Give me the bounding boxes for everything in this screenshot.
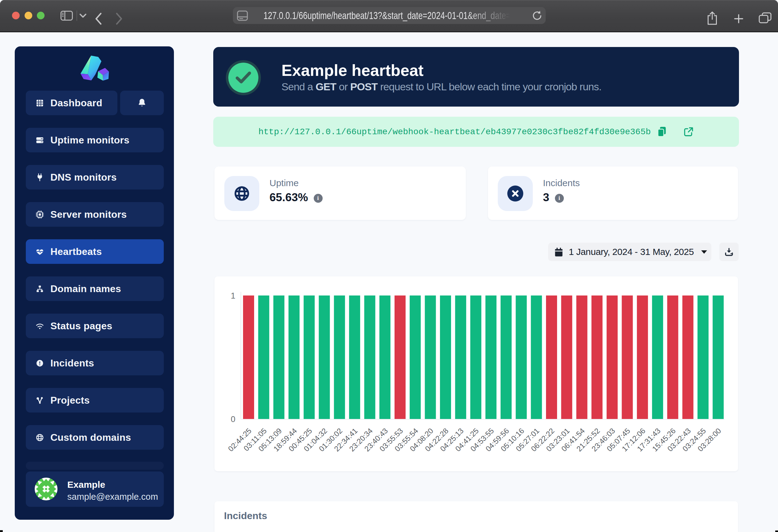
svg-text:0: 0: [231, 415, 235, 424]
svg-text:1: 1: [231, 291, 235, 300]
